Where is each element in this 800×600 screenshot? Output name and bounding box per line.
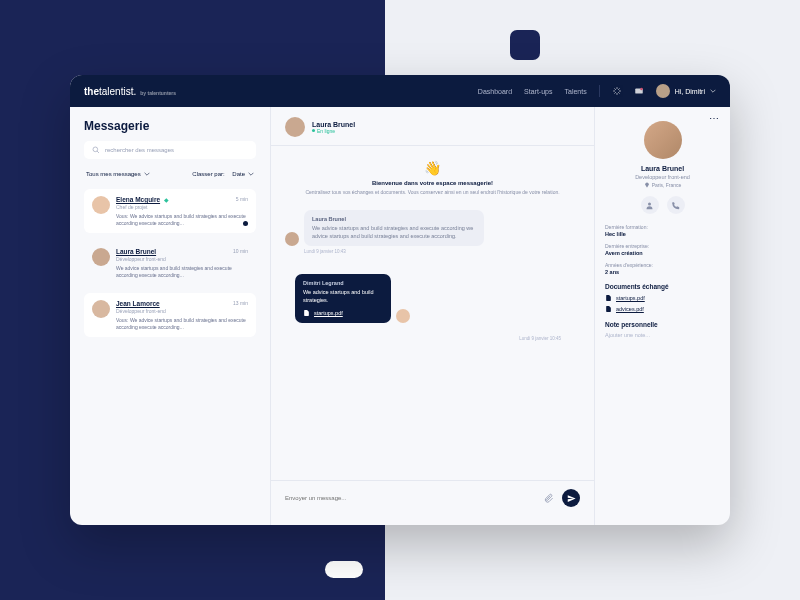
chat-header: Laura Brunel En ligne (271, 117, 594, 146)
conversation-item[interactable]: Laura Brunel Développeur front-end We ad… (84, 241, 256, 285)
nav-startups[interactable]: Start-ups (524, 88, 552, 95)
nav-talents[interactable]: Talents (564, 88, 586, 95)
nav: Dashboard Start-ups Talents Hi, Dimitri (478, 84, 716, 98)
conversation-item[interactable]: Elena Mcguire◆ Chef de projet Vous: We a… (84, 189, 256, 233)
avatar (92, 196, 110, 214)
svg-point-3 (648, 202, 651, 205)
chat-panel: Laura Brunel En ligne 👋 Bienvenue dans v… (270, 107, 595, 525)
welcome-banner: 👋 Bienvenue dans votre espace messagerie… (285, 156, 580, 200)
avatar (396, 309, 410, 323)
conversation-panel: Messagerie rechercher des messages Tous … (70, 107, 270, 525)
app-window: thetalentist.by talentunters Dashboard S… (70, 75, 730, 525)
filters: Tous mes messages Classer par: Date (84, 167, 256, 181)
avatar (285, 232, 299, 246)
bg-pill (325, 561, 363, 578)
avatar (92, 300, 110, 318)
user-menu[interactable]: Hi, Dimitri (656, 84, 716, 98)
message-incoming: Laura Brunel We advice startups and buil… (285, 210, 580, 246)
profile-action-user[interactable] (641, 196, 659, 214)
paperclip-icon[interactable] (543, 493, 554, 504)
pin-icon (644, 182, 650, 188)
chevron-down-icon (144, 171, 150, 177)
chat-body: 👋 Bienvenue dans votre espace messagerie… (271, 146, 594, 480)
profile-panel: ⋯ Laura Brunel Developpeur front-end Par… (595, 107, 730, 525)
more-button[interactable]: ⋯ (709, 113, 720, 124)
bookmark-icon: ◆ (164, 196, 169, 203)
send-icon (567, 494, 576, 503)
logo[interactable]: thetalentist.by talentunters (84, 86, 176, 97)
filter-sort[interactable]: Classer par: Date (192, 171, 254, 177)
docs-title: Documents échangé (605, 283, 720, 290)
page-title: Messagerie (84, 119, 256, 133)
message-bubble: Dimitri Legrand We advice startups and b… (295, 274, 391, 322)
search-input[interactable]: rechercher des messages (84, 141, 256, 159)
chevron-down-icon (248, 171, 254, 177)
sparkle-icon[interactable] (612, 86, 622, 96)
send-button[interactable] (562, 489, 580, 507)
chevron-down-icon (710, 88, 716, 94)
file-icon (303, 309, 310, 317)
profile-location: Paris, France (605, 182, 720, 188)
profile-meta: Dernière formation:Hec lille Dernière en… (605, 224, 720, 275)
conversation-item[interactable]: Jean Lamorce Développeur front-end Vous:… (84, 293, 256, 337)
unread-dot (243, 221, 248, 226)
document-link[interactable]: advices.pdf (605, 305, 720, 313)
nav-dashboard[interactable]: Dashboard (478, 88, 512, 95)
composer (271, 480, 594, 515)
main: Messagerie rechercher des messages Tous … (70, 107, 730, 525)
avatar (92, 248, 110, 266)
svg-point-2 (93, 147, 98, 152)
file-icon (605, 294, 612, 302)
user-icon (645, 201, 654, 210)
user-avatar (656, 84, 670, 98)
search-icon (92, 146, 100, 154)
note-title: Note personnelle (605, 321, 720, 328)
profile-avatar (644, 121, 682, 159)
attachment-link[interactable]: startups.pdf (303, 309, 383, 317)
message-bubble: Laura Brunel We advice startups and buil… (304, 210, 484, 246)
topbar: thetalentist.by talentunters Dashboard S… (70, 75, 730, 107)
message-input[interactable] (285, 495, 535, 501)
note-input[interactable]: Ajouter une note... (605, 332, 720, 338)
profile-action-call[interactable] (667, 196, 685, 214)
bg-square (510, 30, 540, 60)
filter-all[interactable]: Tous mes messages (86, 171, 150, 177)
nav-separator (599, 85, 600, 97)
mail-icon[interactable] (634, 86, 644, 96)
message-outgoing: Dimitri Legrand We advice startups and b… (285, 264, 420, 332)
chat-avatar (285, 117, 305, 137)
file-icon (605, 305, 612, 313)
svg-point-1 (640, 88, 643, 91)
timestamp: Lundi 9 janvier 10:43 (285, 249, 580, 254)
greeting-text: Hi, Dimitri (675, 88, 705, 95)
timestamp: Lundi 9 janvier 10:45 (285, 336, 580, 341)
phone-icon (671, 201, 680, 210)
document-link[interactable]: startups.pdf (605, 294, 720, 302)
online-status: En ligne (312, 128, 355, 134)
wave-icon: 👋 (305, 160, 560, 176)
